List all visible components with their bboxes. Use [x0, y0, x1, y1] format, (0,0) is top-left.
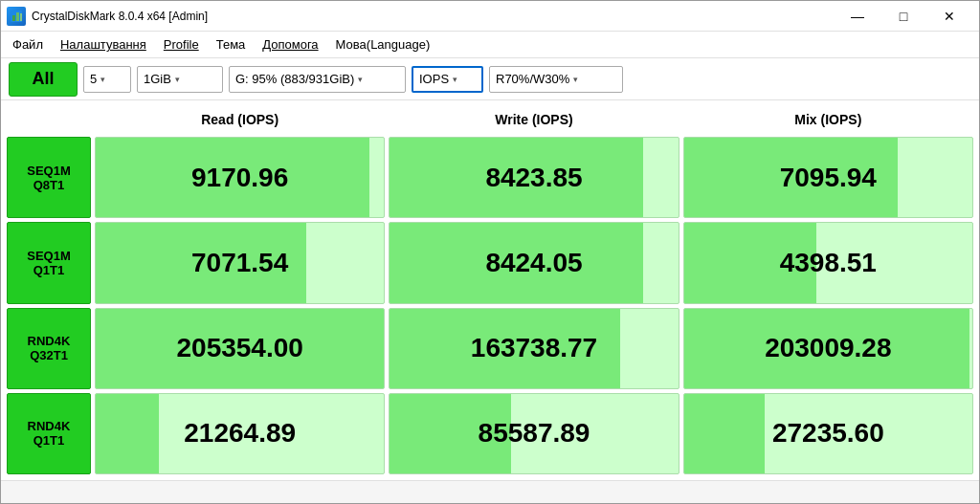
menu-settings[interactable]: Налаштування: [53, 34, 154, 55]
mix-cell-0: 7095.94: [683, 137, 973, 218]
title-bar: CrystalDiskMark 8.0.4 x64 [Admin] — □ ✕: [1, 1, 979, 32]
menu-profile[interactable]: Profile: [156, 34, 207, 55]
header-row: Read (IOPS) Write (IOPS) Mix (IOPS): [7, 106, 973, 133]
mix-cell-3: 27235.60: [683, 393, 973, 474]
mix-cell-2: 203009.28: [683, 308, 973, 389]
window-title: CrystalDiskMark 8.0.4 x64 [Admin]: [32, 10, 208, 23]
table-row: RND4K Q32T1 205354.00 163738.77 203009.2…: [7, 308, 973, 389]
read-cell-2: 205354.00: [95, 308, 385, 389]
svg-rect-1: [12, 15, 15, 21]
mode-select[interactable]: IOPS ▾: [412, 66, 483, 93]
col-header-mix: Mix (IOPS): [683, 112, 973, 127]
toolbar: All 5 ▾ 1GiB ▾ G: 95% (883/931GiB) ▾ IOP…: [1, 58, 979, 100]
size-select[interactable]: 1GiB ▾: [137, 66, 223, 93]
drive-select[interactable]: G: 95% (883/931GiB) ▾: [229, 66, 406, 93]
size-chevron-icon: ▾: [175, 75, 180, 84]
close-button[interactable]: ✕: [927, 1, 971, 32]
menu-bar: Файл Налаштування Profile Тема Допомога …: [1, 32, 979, 58]
write-cell-1: 8424.05: [389, 222, 679, 303]
col-header-write: Write (IOPS): [389, 112, 679, 127]
menu-help[interactable]: Допомога: [255, 34, 325, 55]
mode-chevron-icon: ▾: [453, 75, 457, 84]
mix-select[interactable]: R70%/W30% ▾: [489, 66, 623, 93]
svg-rect-2: [16, 12, 19, 21]
table-row: SEQ1M Q8T1 9170.96 8423.85 7095.94: [7, 137, 973, 218]
col-header-read: Read (IOPS): [95, 112, 385, 127]
title-bar-left: CrystalDiskMark 8.0.4 x64 [Admin]: [7, 7, 208, 26]
count-chevron-icon: ▾: [100, 75, 105, 84]
table-row: RND4K Q1T1 21264.89 85587.89 27235.60: [7, 393, 973, 474]
menu-theme[interactable]: Тема: [209, 34, 254, 55]
minimize-button[interactable]: —: [835, 1, 880, 32]
drive-chevron-icon: ▾: [358, 75, 363, 84]
row-label-2: RND4K Q32T1: [7, 308, 91, 389]
data-rows: SEQ1M Q8T1 9170.96 8423.85 7095.94 SEQ1M…: [7, 137, 973, 474]
menu-file[interactable]: Файл: [5, 34, 51, 55]
read-cell-0: 9170.96: [95, 137, 385, 218]
table-row: SEQ1M Q1T1 7071.54 8424.05 4398.51: [7, 222, 973, 303]
main-content: Read (IOPS) Write (IOPS) Mix (IOPS) SEQ1…: [1, 100, 979, 480]
status-bar: [1, 480, 979, 503]
row-label-3: RND4K Q1T1: [7, 393, 91, 474]
maximize-button[interactable]: □: [881, 1, 925, 32]
title-bar-controls: — □ ✕: [835, 1, 971, 32]
row-label-0: SEQ1M Q8T1: [7, 137, 91, 218]
write-cell-0: 8423.85: [389, 137, 679, 218]
mix-cell-1: 4398.51: [683, 222, 973, 303]
mix-chevron-icon: ▾: [573, 75, 578, 84]
app-icon: [7, 7, 26, 26]
app-window: CrystalDiskMark 8.0.4 x64 [Admin] — □ ✕ …: [0, 0, 980, 504]
svg-rect-3: [20, 13, 22, 21]
write-cell-2: 163738.77: [389, 308, 679, 389]
read-cell-1: 7071.54: [95, 222, 385, 303]
read-cell-3: 21264.89: [95, 393, 385, 474]
all-button[interactable]: All: [9, 62, 78, 97]
menu-language[interactable]: Мова(Language): [328, 34, 438, 55]
row-label-1: SEQ1M Q1T1: [7, 222, 91, 303]
write-cell-3: 85587.89: [389, 393, 679, 474]
count-select[interactable]: 5 ▾: [83, 66, 131, 93]
